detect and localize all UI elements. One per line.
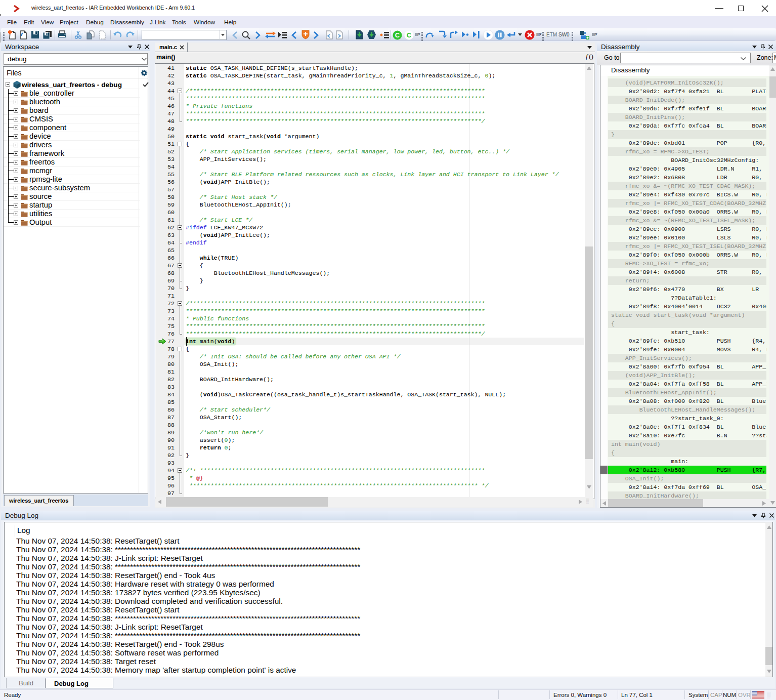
svg-text:C: C [407, 31, 412, 39]
svg-text:C: C [395, 31, 400, 39]
